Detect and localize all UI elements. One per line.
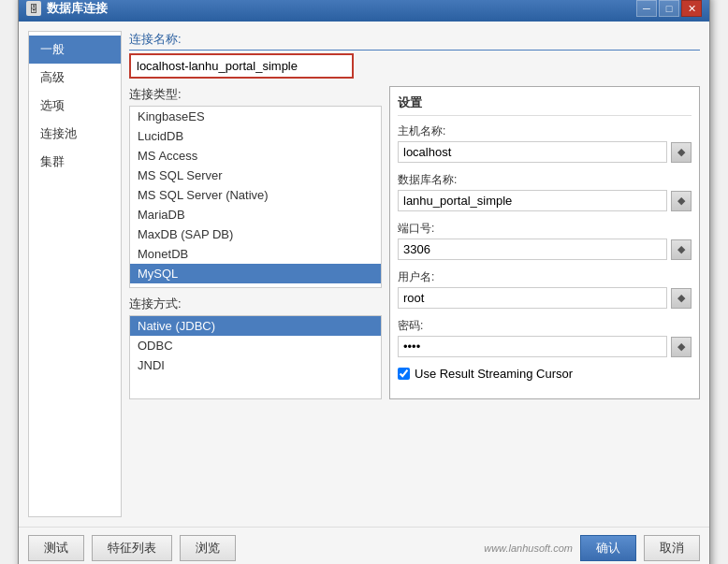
- connection-type-list[interactable]: KingbaseES LucidDB MS Access MS SQL Serv…: [130, 107, 381, 287]
- user-browse-btn[interactable]: ◆: [671, 288, 692, 309]
- list-item[interactable]: MaxDB (SAP DB): [130, 224, 381, 244]
- host-field: 主机名称: ◆: [398, 123, 692, 166]
- list-item[interactable]: KingbaseES: [130, 107, 381, 126]
- minimize-button[interactable]: ─: [636, 0, 657, 17]
- host-browse-btn[interactable]: ◆: [671, 142, 692, 163]
- window-title: 数据库连接: [47, 0, 108, 17]
- list-item[interactable]: MonetDB: [130, 244, 381, 264]
- connection-method-label: 连接方式:: [129, 296, 382, 312]
- connection-type-label: 连接类型:: [129, 86, 382, 103]
- list-item-native-jdbc[interactable]: Native (JDBC): [130, 316, 381, 336]
- list-item[interactable]: MariaDB: [130, 205, 381, 224]
- user-input[interactable]: [398, 287, 667, 309]
- database-connection-window: 🗄 数据库连接 ─ □ ✕ 一般 高级 选项 连接池 集群 连接名称:: [18, 0, 710, 564]
- list-item[interactable]: MS Access: [130, 146, 381, 166]
- password-input[interactable]: [398, 336, 667, 357]
- streaming-cursor-checkbox[interactable]: [398, 368, 410, 380]
- user-label: 用户名:: [398, 269, 692, 285]
- streaming-cursor-label[interactable]: Use Result Streaming Cursor: [415, 367, 573, 381]
- settings-panel: 设置 主机名称: ◆ 数据库名称: ◆: [389, 86, 700, 399]
- maximize-button[interactable]: □: [659, 0, 679, 17]
- cancel-button[interactable]: 取消: [644, 535, 700, 561]
- connection-method-section: 连接方式: Native (JDBC) ODBC JNDI: [129, 296, 382, 399]
- connection-name-section: 连接名称:: [129, 31, 700, 79]
- title-bar: 🗄 数据库连接 ─ □ ✕: [19, 0, 709, 22]
- list-item-odbc[interactable]: ODBC: [130, 336, 381, 355]
- streaming-cursor-row: Use Result Streaming Cursor: [398, 367, 692, 381]
- confirm-button[interactable]: 确认: [580, 535, 636, 561]
- window-body: 一般 高级 选项 连接池 集群 连接名称: 连接类型:: [19, 22, 709, 527]
- host-input-row: ◆: [398, 141, 692, 163]
- left-panel: 连接类型: KingbaseES LucidDB MS Access MS SQ…: [129, 86, 382, 399]
- port-label: 端口号:: [398, 221, 692, 237]
- list-item[interactable]: MS SQL Server (Native): [130, 185, 381, 205]
- host-label: 主机名称:: [398, 123, 692, 139]
- watermark: www.lanhusoft.com: [484, 542, 573, 554]
- port-input-row: ◆: [398, 239, 692, 260]
- password-input-row: ◆: [398, 336, 692, 357]
- db-name-input-row: ◆: [398, 190, 692, 211]
- settings-title: 设置: [398, 94, 692, 116]
- port-field: 端口号: ◆: [398, 221, 692, 264]
- user-field: 用户名: ◆: [398, 269, 692, 312]
- port-input[interactable]: [398, 239, 667, 260]
- list-item-jndi[interactable]: JNDI: [130, 355, 381, 375]
- list-item[interactable]: Native Mondrian: [130, 283, 381, 287]
- connection-name-input[interactable]: [129, 53, 354, 79]
- sidebar-item-pool[interactable]: 连接池: [29, 120, 121, 148]
- connection-method-list[interactable]: Native (JDBC) ODBC JNDI: [129, 315, 382, 399]
- browse-button[interactable]: 浏览: [180, 535, 236, 561]
- db-name-label: 数据库名称:: [398, 172, 692, 188]
- password-field: 密码: ◆: [398, 318, 692, 361]
- db-name-input[interactable]: [398, 190, 667, 211]
- main-content: 连接名称: 连接类型: KingbaseES LucidDB MS Access: [129, 31, 700, 517]
- port-browse-btn[interactable]: ◆: [671, 239, 692, 260]
- sidebar-item-options[interactable]: 选项: [29, 92, 121, 120]
- sidebar-item-advanced[interactable]: 高级: [29, 64, 121, 92]
- footer-left-buttons: 测试 特征列表 浏览: [28, 535, 236, 561]
- password-label: 密码:: [398, 318, 692, 334]
- connection-name-label: 连接名称:: [129, 31, 700, 51]
- list-item[interactable]: MS SQL Server: [130, 166, 381, 185]
- connection-type-list-container: KingbaseES LucidDB MS Access MS SQL Serv…: [129, 106, 382, 288]
- sidebar: 一般 高级 选项 连接池 集群: [28, 31, 122, 517]
- sidebar-item-cluster[interactable]: 集群: [29, 148, 121, 176]
- list-item[interactable]: LucidDB: [130, 126, 381, 146]
- close-button[interactable]: ✕: [681, 0, 702, 17]
- list-item-mysql[interactable]: MySQL: [130, 264, 381, 283]
- host-input[interactable]: [398, 141, 667, 163]
- footer-right: www.lanhusoft.com 确认 取消: [484, 535, 700, 561]
- connection-type-section: 连接类型: KingbaseES LucidDB MS Access MS SQ…: [129, 86, 382, 288]
- title-bar-controls: ─ □ ✕: [636, 0, 702, 17]
- test-button[interactable]: 测试: [28, 535, 84, 561]
- content-row: 连接类型: KingbaseES LucidDB MS Access MS SQ…: [129, 86, 700, 399]
- title-bar-left: 🗄 数据库连接: [26, 0, 108, 17]
- footer: 测试 特征列表 浏览 www.lanhusoft.com 确认 取消: [19, 527, 709, 564]
- window-icon: 🗄: [26, 1, 41, 16]
- password-browse-btn[interactable]: ◆: [671, 337, 692, 357]
- features-button[interactable]: 特征列表: [92, 535, 172, 561]
- db-browse-btn[interactable]: ◆: [671, 191, 692, 211]
- db-name-field: 数据库名称: ◆: [398, 172, 692, 215]
- user-input-row: ◆: [398, 287, 692, 309]
- sidebar-item-general[interactable]: 一般: [29, 36, 121, 64]
